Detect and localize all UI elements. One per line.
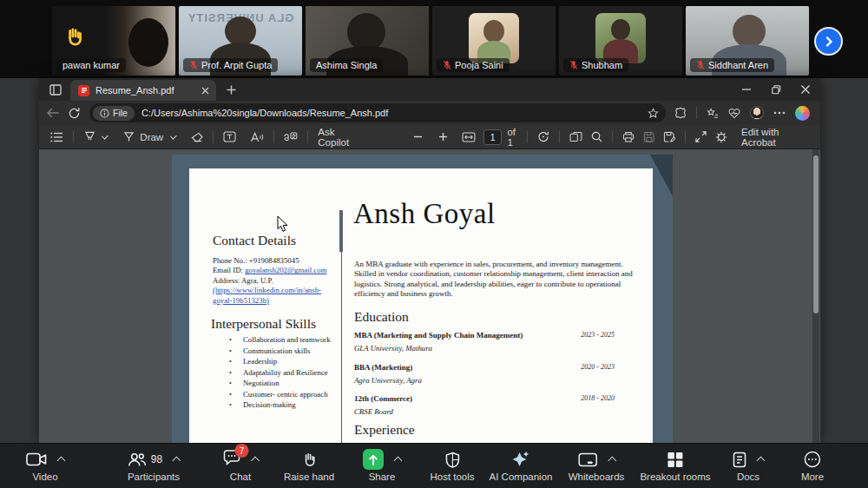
back-arrow-icon [47,108,59,118]
skill-item: Negotiation [243,379,339,388]
video-options-chevron[interactable] [57,457,66,465]
rotate-button[interactable] [533,127,554,148]
address-url-field[interactable]: File C:/Users/Ashima%20singla/Downloads/… [89,103,666,122]
table-of-contents-button[interactable] [46,127,68,148]
pdf-settings-button[interactable] [711,127,732,148]
zoom-in-button[interactable] [434,127,452,148]
school: CBSE Board [354,407,393,416]
pdf-page-frame: Ansh Goyal An MBA graduate with experien… [172,155,673,443]
toolbar-breakout-rooms[interactable]: Breakout rooms [640,448,710,482]
toolbar-more[interactable]: More [801,448,824,482]
erase-button[interactable] [187,127,207,148]
education-heading: Education [354,309,409,325]
degree: BBA (Marketing) [354,363,412,372]
toolbar-host-tools[interactable]: Host tools [430,448,474,482]
collections-icon[interactable] [707,108,719,119]
ask-copilot-button[interactable]: Ask Copilot [313,127,367,148]
pdf-scrollbar[interactable] [812,149,819,443]
zoom-meeting-window: pawan kumar GLA UNIVERSITY Prof. Arpit G… [0,0,868,488]
tab-actions-button[interactable] [48,82,63,96]
copilot-icon[interactable] [795,106,810,121]
fit-to-width-button[interactable] [457,127,480,148]
minimize-button[interactable] [732,78,761,101]
add-text-button[interactable] [219,127,240,148]
favorite-star-icon[interactable] [648,108,659,119]
save-button[interactable] [639,127,659,148]
highlight-dropdown-chevron[interactable] [102,132,108,139]
mic-muted-icon [696,60,705,70]
linkedin-link[interactable]: (https://www.linkedin.com/in/ansh-goyal-… [213,286,334,306]
toolbar-label: Raise hand [284,472,334,482]
url-text: C:/Users/Ashima%20singla/Downloads/Resum… [141,108,648,118]
toolbar-docs[interactable]: Docs [733,448,764,482]
shared-screen-area: Resume_Ansh.pdf [0,78,868,443]
page-view-button[interactable] [565,127,587,148]
draw-label: Draw [140,132,163,142]
whiteboards-options-chevron[interactable] [608,457,616,465]
extensions-icon[interactable] [674,107,687,119]
participants-options-chevron[interactable] [173,457,181,465]
participant-name: Pooja Saini [455,60,503,70]
toolbar-label: Whiteboards [569,472,625,482]
restore-button[interactable] [761,78,791,101]
participant-tile-arpit-gupta[interactable]: GLA UNIVERSITY Prof. Arpit Gupta [179,6,302,76]
search-button[interactable] [587,127,607,148]
contact-phone: Phone No.: +919084835045 [213,256,334,266]
participant-tile-ashima-singla[interactable]: Ashima Singla [306,6,429,76]
email-label: Email ID: [213,266,245,274]
participant-tile-pawan-kumar[interactable]: pawan kumar [52,6,175,76]
toolbar-chat[interactable]: 7 Chat [223,448,259,482]
draw-button[interactable]: Draw [119,127,168,148]
highlight-button[interactable] [79,127,101,148]
scrollbar-thumb[interactable] [813,155,819,313]
close-button[interactable] [791,78,820,101]
participant-tile-siddhant-aren[interactable]: Siddhant Aren [686,6,809,76]
share-screen-icon [363,449,384,470]
browser-tab[interactable]: Resume_Ansh.pdf [70,80,216,101]
fullscreen-button[interactable] [691,127,711,148]
refresh-button[interactable] [63,108,84,119]
page-number-input[interactable]: 1 [483,129,503,145]
search-icon [591,131,602,142]
share-options-chevron[interactable] [394,457,403,465]
next-participants-button[interactable] [814,27,843,56]
minus-icon [413,132,423,142]
new-tab-button[interactable] [227,85,236,95]
edit-with-acrobat-button[interactable]: Edit with Acrobat [737,127,812,148]
divider [559,131,560,143]
email-link[interactable]: goyalansh202@gmail.com [245,266,326,274]
toolbar-whiteboards[interactable]: Whiteboards [569,448,625,482]
translate-button[interactable] [279,127,302,148]
avatar [595,13,646,63]
skill-item: Customer- centric approach [243,390,339,399]
print-icon [622,131,635,142]
expand-icon [695,131,707,142]
settings-more-icon[interactable] [773,111,786,115]
docs-options-chevron[interactable] [757,457,766,465]
participant-tile-shubham[interactable]: Shubham [559,6,682,76]
toolbar-raise-hand[interactable]: Raise hand [284,448,334,482]
toolbar-share[interactable]: Share [363,448,401,482]
participant-tile-pooja-saini[interactable]: Pooja Saini [432,6,556,76]
skills-heading: Interpersonal Skills [211,316,316,332]
tab-close-icon[interactable] [201,87,209,95]
toolbar-participants[interactable]: 98 Participants [128,448,180,482]
save-as-button[interactable] [659,127,680,148]
acrobat-label: Edit with Acrobat [741,127,807,148]
refresh-icon [69,108,80,119]
back-button[interactable] [43,108,63,118]
profile-avatar[interactable] [750,106,764,120]
print-button[interactable] [618,127,639,148]
scheme-chip[interactable]: File [93,106,135,121]
ai-companion-sparkle-icon [511,451,530,468]
read-aloud-button[interactable] [246,127,268,148]
zoom-out-button[interactable] [409,127,427,148]
draw-dropdown-chevron[interactable] [170,132,177,139]
chat-options-chevron[interactable] [251,457,260,465]
divider [527,131,528,143]
raised-hand-icon [62,25,85,51]
toolbar-ai-companion[interactable]: AI Companion [490,448,553,482]
skill-item: Communication skills [243,346,339,356]
browser-essentials-icon[interactable] [728,108,740,119]
toolbar-video[interactable]: Video [26,448,64,482]
